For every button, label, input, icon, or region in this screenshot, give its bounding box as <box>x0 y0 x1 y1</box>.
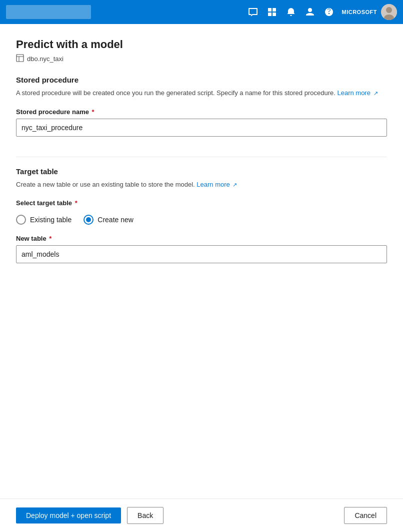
stored-procedure-section: Stored procedure A stored procedure will… <box>16 76 387 147</box>
table-reference: dbo.nyc_taxi <box>16 54 387 64</box>
main-content: Predict with a model dbo.nyc_taxi Stored… <box>0 24 403 498</box>
user-icon[interactable] <box>305 7 315 17</box>
radio-group: Existing table Create new <box>16 215 387 225</box>
avatar <box>381 4 397 20</box>
select-target-label: Select target table * <box>16 199 78 207</box>
svg-rect-3 <box>272 13 276 16</box>
stored-procedure-name-group: Stored procedure name * <box>16 108 387 137</box>
stored-procedure-title: Stored procedure <box>16 76 387 84</box>
table-name: dbo.nyc_taxi <box>27 55 64 63</box>
microsoft-label: MICROSOFT <box>342 9 378 15</box>
radio-existing-circle <box>16 215 26 225</box>
nav-logo[interactable] <box>6 5 91 19</box>
radio-existing-table[interactable]: Existing table <box>16 215 72 225</box>
table-icon <box>16 54 24 64</box>
stored-procedure-desc: A stored procedure will be created once … <box>16 88 387 98</box>
stored-procedure-learn-more[interactable]: Learn more ↗ <box>337 89 378 97</box>
nav-icons <box>248 7 334 17</box>
svg-rect-1 <box>272 8 276 12</box>
target-table-learn-more[interactable]: Learn more ↗ <box>196 181 237 188</box>
page-title: Predict with a model <box>16 38 387 51</box>
user-info[interactable]: MICROSOFT <box>342 4 398 20</box>
chat-icon[interactable] <box>248 7 258 17</box>
external-link-icon-2: ↗ <box>232 181 237 189</box>
radio-create-new[interactable]: Create new <box>84 215 134 225</box>
radio-create-circle <box>84 215 94 225</box>
top-navigation: MICROSOFT <box>0 0 403 24</box>
select-target-table-group: Select target table * Existing table Cre… <box>16 199 387 225</box>
cancel-button[interactable]: Cancel <box>344 507 387 524</box>
grid-icon[interactable] <box>267 7 277 17</box>
help-icon[interactable] <box>324 7 334 17</box>
stored-procedure-name-input[interactable] <box>16 119 387 137</box>
svg-point-5 <box>386 7 392 13</box>
required-indicator-3: * <box>49 235 52 242</box>
section-divider <box>16 157 387 157</box>
stored-procedure-name-label: Stored procedure name * <box>16 108 387 116</box>
svg-rect-0 <box>268 8 272 12</box>
required-indicator: * <box>92 108 94 116</box>
required-indicator-2: * <box>75 199 78 207</box>
new-table-input[interactable] <box>16 245 387 263</box>
footer: Deploy model + open script Back Cancel <box>0 498 403 532</box>
deploy-button[interactable]: Deploy model + open script <box>16 507 121 523</box>
target-table-section: Target table Create a new table or use a… <box>16 167 387 274</box>
radio-create-label: Create new <box>98 216 134 224</box>
svg-rect-2 <box>268 13 272 16</box>
new-table-label: New table * <box>16 235 387 242</box>
new-table-group: New table * <box>16 235 387 263</box>
target-table-title: Target table <box>16 167 387 176</box>
svg-rect-7 <box>16 55 24 62</box>
radio-existing-label: Existing table <box>30 216 72 224</box>
bell-icon[interactable] <box>286 7 296 17</box>
target-table-desc: Create a new table or use an existing ta… <box>16 180 387 190</box>
back-button[interactable]: Back <box>127 507 164 524</box>
external-link-icon: ↗ <box>374 89 378 98</box>
footer-right: Cancel <box>344 507 387 524</box>
